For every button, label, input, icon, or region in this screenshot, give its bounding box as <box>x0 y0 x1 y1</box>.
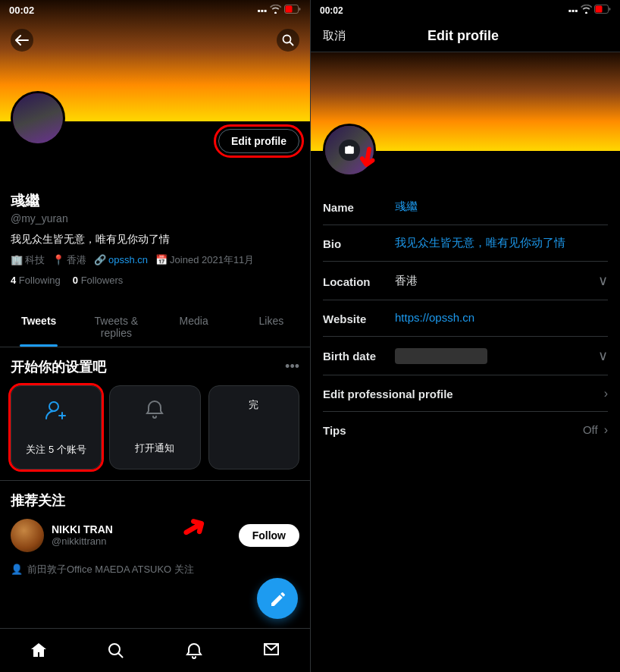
birthdate-value: ██████████ <box>395 348 487 364</box>
mutual-follow: 👤 前田敦子Office MAEDA ATSUKO 关注 <box>11 560 299 576</box>
right-avatar-wrapper <box>323 124 376 177</box>
website-value[interactable]: https://opssh.cn <box>395 311 608 324</box>
following-stat[interactable]: 4 Following <box>11 275 61 286</box>
left-time: 00:02 <box>9 5 34 16</box>
followers-stat[interactable]: 0 Followers <box>73 275 123 286</box>
location-icon: 📍 <box>52 254 64 265</box>
user-meta: 🏢 科技 📍 香港 🔗 opssh.cn 📅 Joined 2021年11月 <box>11 253 299 267</box>
setup-card-notifications[interactable]: 打开通知 <box>109 385 200 469</box>
user-display-name: 彧繼 <box>11 191 299 211</box>
right-status-bar: 00:02 ▪▪▪ <box>311 0 620 20</box>
birthdate-left: Birth date ██████████ <box>323 348 592 364</box>
edit-profile-button[interactable]: Edit profile <box>218 129 299 153</box>
calendar-icon: 📅 <box>155 254 168 265</box>
user-bio: 我见众生皆无意，唯有见你动了情 <box>11 232 299 247</box>
follow-stats: 4 Following 0 Followers <box>11 275 299 286</box>
nav-notifications[interactable] <box>177 634 211 667</box>
setup-header: 开始你的设置吧 ••• <box>11 358 299 376</box>
right-header: 取消 Edit profile <box>311 20 620 52</box>
location-left: Location 香港 <box>323 274 592 288</box>
mutual-follow-text: 前田敦子Office MAEDA ATSUKO 关注 <box>27 563 194 576</box>
compose-fab[interactable] <box>257 578 298 619</box>
user-handle: @my_yuran <box>11 212 299 225</box>
right-signal-icon: ▪▪▪ <box>568 5 578 16</box>
professional-chevron-icon: › <box>604 387 608 400</box>
profile-section: Edit profile <box>0 121 310 153</box>
setup-cards: 关注 5 个账号 打开通知 完 <box>11 385 299 469</box>
user-info: 彧繼 @my_yuran 我见众生皆无意，唯有见你动了情 🏢 科技 📍 香港 🔗… <box>0 191 310 294</box>
tab-likes[interactable]: Likes <box>233 304 310 347</box>
camera-icon[interactable] <box>339 140 360 161</box>
back-button[interactable] <box>11 29 33 52</box>
right-wifi-icon <box>581 5 594 16</box>
bio-row: Bio 我见众生皆无意，唯有见你动了情 <box>323 225 608 262</box>
location-row: Location 香港 ∨ <box>323 262 608 300</box>
svg-rect-6 <box>596 6 603 13</box>
birthdate-dropdown-icon: ∨ <box>598 347 608 364</box>
industry-meta: 🏢 科技 <box>11 253 45 267</box>
website-row: Website https://opssh.cn <box>323 300 608 337</box>
setup-card-follow[interactable]: 关注 5 个账号 <box>11 385 102 469</box>
svg-point-3 <box>49 402 58 411</box>
wifi-icon <box>270 5 281 16</box>
profile-form: Name 彧繼 Bio 我见众生皆无意，唯有见你动了情 Location 香港 … <box>311 181 620 455</box>
setup-section: 开始你的设置吧 ••• 关注 5 个账号 <box>0 347 310 481</box>
nav-home[interactable] <box>22 634 55 667</box>
bell-icon <box>143 398 166 426</box>
rec-user-info: NIKKI TRAN @nikkittrann <box>52 523 231 547</box>
add-user-icon <box>44 398 68 428</box>
professional-label: Edit professional profile <box>323 386 453 400</box>
svg-rect-1 <box>286 6 293 13</box>
recommend-section: 推荐关注 NIKKI TRAN @nikkittrann Follow 👤 前田… <box>0 481 310 587</box>
tab-tweets-replies[interactable]: Tweets & replies <box>77 304 155 347</box>
professional-row[interactable]: Edit professional profile › <box>323 375 608 412</box>
bio-value[interactable]: 我见众生皆无意，唯有见你动了情 <box>395 236 608 250</box>
edit-profile-title: Edit profile <box>427 28 499 44</box>
rec-user-handle: @nikkittrann <box>52 535 231 547</box>
bio-label: Bio <box>323 236 395 250</box>
location-label: Location <box>323 274 395 288</box>
follow-button[interactable]: Follow <box>239 524 299 547</box>
search-button[interactable] <box>277 29 299 52</box>
left-status-icons: ▪▪▪ <box>257 5 301 16</box>
tips-chevron-icon: › <box>604 423 608 437</box>
tips-value: Off <box>583 423 598 436</box>
battery-icon <box>284 5 301 16</box>
rec-user-avatar <box>11 519 44 552</box>
website-label: Website <box>323 311 395 325</box>
setup-title: 开始你的设置吧 <box>11 358 106 376</box>
tips-right: Off › <box>583 423 608 437</box>
complete-card-label: 完 <box>249 398 258 412</box>
location-value[interactable]: 香港 <box>395 274 418 288</box>
right-avatar <box>323 124 376 177</box>
right-panel: 00:02 ▪▪▪ 取消 Edit profile <box>310 0 620 672</box>
nav-search[interactable] <box>99 634 133 667</box>
right-battery-icon <box>594 5 611 16</box>
joined-meta: 📅 Joined 2021年11月 <box>155 253 254 267</box>
briefcase-icon: 🏢 <box>11 254 23 265</box>
recommend-title: 推荐关注 <box>11 491 299 510</box>
cancel-button[interactable]: 取消 <box>323 29 346 43</box>
notif-card-label: 打开通知 <box>135 441 174 455</box>
tips-label: Tips <box>323 422 346 437</box>
tab-media[interactable]: Media <box>155 304 233 347</box>
left-status-bar: 00:02 ▪▪▪ <box>0 0 310 20</box>
birthdate-row: Birth date ██████████ ∨ <box>323 337 608 375</box>
right-time: 00:02 <box>320 5 343 16</box>
name-value[interactable]: 彧繼 <box>395 199 608 214</box>
location-dropdown-icon: ∨ <box>598 272 608 289</box>
signal-icon: ▪▪▪ <box>257 5 267 16</box>
website-meta: 🔗 opssh.cn <box>94 253 148 267</box>
edit-profile-container: Edit profile <box>11 121 299 153</box>
name-row: Name 彧繼 <box>323 189 608 225</box>
link-icon: 🔗 <box>94 254 106 265</box>
recommend-item: NIKKI TRAN @nikkittrann Follow <box>11 519 299 552</box>
tab-tweets[interactable]: Tweets <box>0 304 77 347</box>
follow-card-label: 关注 5 个账号 <box>26 443 86 457</box>
setup-card-complete[interactable]: 完 <box>208 385 299 469</box>
rec-avatar-image <box>11 519 44 552</box>
nav-messages[interactable] <box>255 634 288 667</box>
setup-more-button[interactable]: ••• <box>285 359 299 375</box>
person-icon: 👤 <box>11 564 23 575</box>
name-label: Name <box>323 199 395 214</box>
